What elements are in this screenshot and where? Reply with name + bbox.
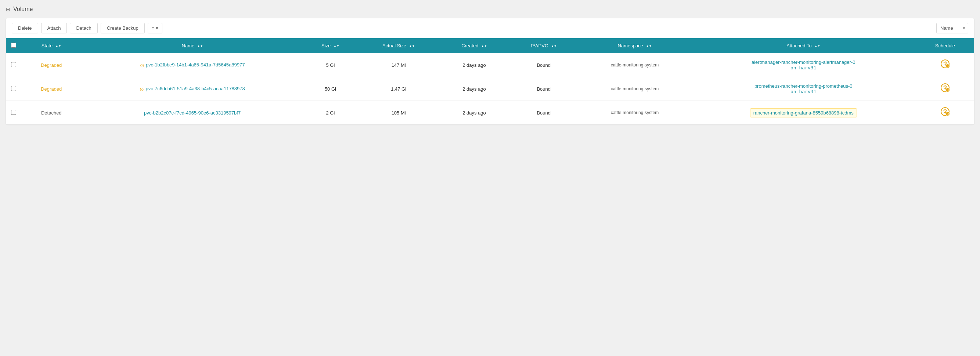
table-row: Detachedpvc-b2b2c07c-f7cd-4965-90e6-ac33… [6,101,974,125]
schedule-icon: ↺ [940,107,950,116]
attached-to-cell: alertmanager-rancher-monitoring-alertman… [691,53,916,77]
header-namespace-label: Namespace [618,43,643,49]
volume-name-link[interactable]: pvc-1b2fbbe9-14b1-4a65-941a-7d5645a89977 [146,62,245,68]
delete-button[interactable]: Delete [12,23,38,33]
schedule-icon: ↺ [940,59,950,69]
name-cell: ⊙pvc-1b2fbbe9-14b1-4a65-941a-7d5645a8997… [81,53,304,77]
attached-to-link[interactable]: alertmanager-rancher-monitoring-alertman… [696,59,911,70]
actual-size-cell: 105 Mi [357,101,440,125]
schedule-button[interactable]: ↺ [940,83,950,95]
page-title: Volume [13,6,33,13]
name-cell: ⊙pvc-7c6dcb61-51a9-4a38-b4c5-acaa1178897… [81,77,304,101]
state-value: Detached [41,110,62,116]
row-checkbox-cell [6,101,21,125]
namespace-cell: cattle-monitoring-system [579,101,690,125]
size-sort-icon: ▲▼ [334,45,339,48]
table-row: Degraded⊙pvc-7c6dcb61-51a9-4a38-b4c5-aca… [6,77,974,101]
actual-size-cell: 147 Mi [357,53,440,77]
volume-name-link[interactable]: pvc-7c6dcb61-51a9-4a38-b4c5-acaa11788978 [145,86,245,92]
created-sort-icon: ▲▼ [481,45,487,48]
warning-icon: ⊙ [140,86,144,92]
warning-icon: ⊙ [140,62,144,68]
header-size-label: Size [321,43,331,49]
size-cell: 2 Gi [304,101,358,125]
schedule-button[interactable]: ↺ [940,59,950,71]
toolbar-right: Name State Size Created [936,23,968,33]
header-created-label: Created [461,43,478,49]
volumes-table: State ▲▼ Name ▲▼ Size ▲▼ Actual Size ▲▼ [6,38,974,124]
chevron-down-icon: ▾ [156,25,158,31]
select-all-checkbox[interactable] [11,43,16,48]
name-cell: pvc-b2b2c07c-f7cd-4965-90e6-ac3319597bf7 [81,101,304,125]
state-cell: Detached [21,101,81,125]
svg-text:↺: ↺ [947,65,949,68]
svg-text:↺: ↺ [947,89,949,92]
state-value: Degraded [41,62,62,68]
header-namespace[interactable]: Namespace ▲▼ [579,38,690,53]
pv-pvc-sort-icon: ▲▼ [551,45,557,48]
schedule-cell: ↺ [916,53,974,77]
size-cell: 5 Gi [304,53,358,77]
created-cell: 2 days ago [440,53,509,77]
state-cell: Degraded [21,77,81,101]
attached-to-link[interactable]: rancher-monitoring-grafana-8559b68898-tc… [696,108,911,117]
header-schedule-label: Schedule [935,43,955,49]
schedule-icon: ↺ [940,83,950,92]
table-row: Degraded⊙pvc-1b2fbbe9-14b1-4a65-941a-7d5… [6,53,974,77]
detach-button[interactable]: Detach [70,23,97,33]
schedule-cell: ↺ [916,101,974,125]
header-schedule: Schedule [916,38,974,53]
volume-name-link[interactable]: pvc-b2b2c07c-f7cd-4965-90e6-ac3319597bf7 [144,110,240,116]
header-size[interactable]: Size ▲▼ [304,38,358,53]
header-pv-pvc[interactable]: PV/PVC ▲▼ [509,38,579,53]
attached-to-sort-icon: ▲▼ [815,45,820,48]
row-checkbox-cell [6,77,21,101]
header-attached-to[interactable]: Attached To ▲▼ [691,38,916,53]
volume-icon: ⊟ [6,6,10,12]
created-cell: 2 days ago [440,77,509,101]
schedule-cell: ↺ [916,77,974,101]
size-cell: 50 Gi [304,77,358,101]
page-container: ⊟ Volume Delete Attach Detach Create Bac… [0,0,980,356]
actual-size-sort-icon: ▲▼ [409,45,415,48]
sort-select[interactable]: Name State Size Created [936,23,968,33]
pv-pvc-cell: Bound [509,53,579,77]
header-pv-pvc-label: PV/PVC [531,43,549,49]
row-checkbox-cell [6,53,21,77]
list-icon: ≡ [152,25,154,31]
header-attached-to-label: Attached To [786,43,811,49]
header-state-label: State [41,43,52,49]
attached-to-link[interactable]: prometheus-rancher-monitoring-prometheus… [696,83,911,94]
select-all-header[interactable] [6,38,21,53]
header-name[interactable]: Name ▲▼ [81,38,304,53]
list-options-button[interactable]: ≡ ▾ [148,23,163,33]
created-cell: 2 days ago [440,101,509,125]
attached-to-cell: rancher-monitoring-grafana-8559b68898-tc… [691,101,916,125]
pv-pvc-cell: Bound [509,77,579,101]
table-header-row: State ▲▼ Name ▲▼ Size ▲▼ Actual Size ▲▼ [6,38,974,53]
actual-size-cell: 1.47 Gi [357,77,440,101]
attach-button[interactable]: Attach [41,23,67,33]
header-actual-size-label: Actual Size [382,43,406,49]
header-actual-size[interactable]: Actual Size ▲▼ [357,38,440,53]
state-cell: Degraded [21,53,81,77]
name-sort-icon: ▲▼ [197,45,203,48]
header-name-label: Name [182,43,195,49]
namespace-sort-icon: ▲▼ [646,45,652,48]
svg-text:↺: ↺ [947,113,949,116]
row-checkbox[interactable] [11,86,16,91]
attached-to-cell: prometheus-rancher-monitoring-prometheus… [691,77,916,101]
namespace-cell: cattle-monitoring-system [579,77,690,101]
create-backup-button[interactable]: Create Backup [101,23,145,33]
row-checkbox[interactable] [11,62,16,67]
namespace-cell: cattle-monitoring-system [579,53,690,77]
state-value: Degraded [41,86,62,92]
main-card: Delete Attach Detach Create Backup ≡ ▾ N… [6,18,974,124]
page-title-bar: ⊟ Volume [6,6,974,13]
header-created[interactable]: Created ▲▼ [440,38,509,53]
header-state[interactable]: State ▲▼ [21,38,81,53]
toolbar: Delete Attach Detach Create Backup ≡ ▾ N… [6,18,974,38]
row-checkbox[interactable] [11,110,16,115]
state-sort-icon: ▲▼ [56,45,61,48]
schedule-button[interactable]: ↺ [940,107,950,119]
